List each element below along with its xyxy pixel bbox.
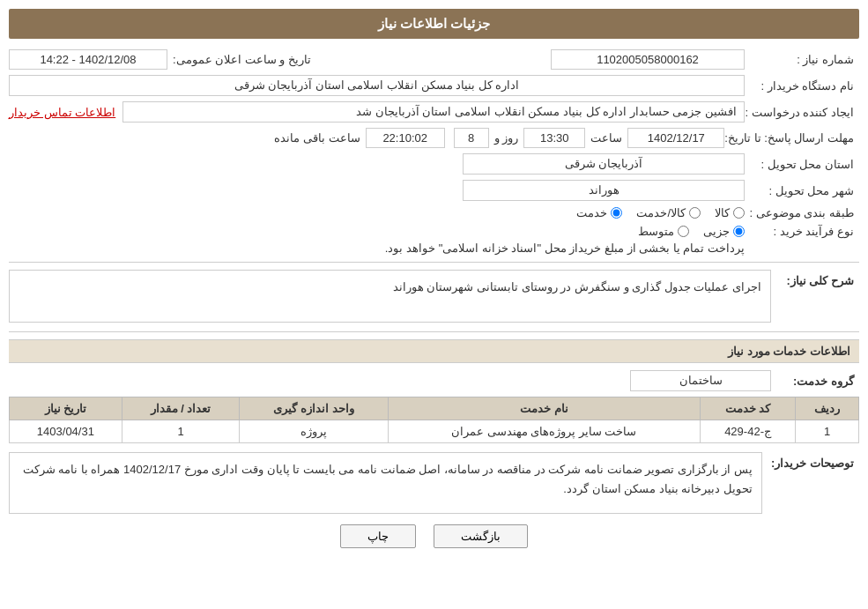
back-button[interactable]: بازگشت bbox=[434, 524, 528, 548]
sharh-content: اجرای عملیات جدول گذاری و سنگفرش در روست… bbox=[9, 270, 771, 323]
table-header-row: ردیف کد خدمت نام خدمت واحد اندازه گیری ت… bbox=[10, 397, 859, 420]
shahr-value: هوراند bbox=[463, 180, 745, 201]
date-value: 1402/12/17 bbox=[627, 128, 724, 148]
table-cell-nam: ساخت سایر پروژه‌های مهندسی عمران bbox=[388, 420, 700, 443]
tabaqe-radio-group: کالا کالا/خدمت خدمت bbox=[576, 206, 745, 219]
table-cell-radif: 1 bbox=[796, 420, 859, 443]
shomara-row: شماره نیاز : 1102005058000162 تاریخ و سا… bbox=[9, 49, 859, 70]
separator2 bbox=[9, 331, 859, 332]
radio-kala-khidmat-item: کالا/خدمت bbox=[636, 206, 701, 219]
saaat-value: 13:30 bbox=[523, 128, 585, 148]
tarikho-saat-label: تاریخ و ساعت اعلان عمومی: bbox=[173, 53, 311, 66]
separator1 bbox=[9, 262, 859, 263]
ostan-label: استان محل تحویل : bbox=[745, 158, 859, 171]
radio-kala-item: کالا bbox=[715, 206, 745, 219]
tabaqe-row: طبقه بندی موضوعی : کالا کالا/خدمت خدمت bbox=[9, 206, 859, 219]
baqi-value: 22:10:02 bbox=[366, 128, 445, 148]
sharh-section: شرح کلی نیاز: اجرای عملیات جدول گذاری و … bbox=[9, 270, 859, 323]
full-text-note: پرداخت تمام یا بخشی از مبلغ خریداز محل "… bbox=[385, 241, 745, 255]
radio-jozee-item: جزیی bbox=[703, 225, 745, 238]
button-row: بازگشت چاپ bbox=[9, 524, 859, 548]
ijad-row: ایجاد کننده درخواست : افشین جزمی حسابدار… bbox=[9, 101, 859, 123]
shomara-label: شماره نیاز : bbox=[745, 53, 859, 66]
description-section: توصیحات خریدار: پس از بارگزاری تصویر ضما… bbox=[9, 452, 859, 514]
farend-group: جزیی متوسط پرداخت تمام یا بخشی از مبلغ خ… bbox=[385, 225, 745, 255]
table-cell-kod: ج-42-429 bbox=[700, 420, 796, 443]
col-nam: نام خدمت bbox=[388, 397, 700, 420]
radio-motavaset-item: متوسط bbox=[638, 225, 689, 238]
page-wrapper: جزئیات اطلاعات نیاز شماره نیاز : 1102005… bbox=[0, 0, 868, 609]
col-vahed: واحد اندازه گیری bbox=[240, 397, 388, 420]
ijad-value: افشین جزمی حسابدار اداره کل بنیاد مسکن ا… bbox=[122, 101, 745, 123]
grooh-value: ساختمان bbox=[630, 370, 771, 391]
page-title: جزئیات اطلاعات نیاز bbox=[378, 16, 490, 31]
radio-khidmat-item: خدمت bbox=[576, 206, 622, 219]
namdastgah-row: نام دستگاه خریدار : اداره کل بنیاد مسکن … bbox=[9, 75, 859, 96]
ettelaat-tamas-link[interactable]: اطلاعات تماس خریدار bbox=[9, 106, 115, 119]
ijad-label: ایجاد کننده درخواست : bbox=[745, 106, 859, 119]
radio-kala-khidmat-label: کالا/خدمت bbox=[636, 206, 686, 219]
shahr-row: شهر محل تحویل : هوراند bbox=[9, 180, 859, 201]
tabaqe-label: طبقه بندی موضوعی : bbox=[745, 206, 859, 219]
radio-motavaset-input[interactable] bbox=[678, 226, 689, 237]
page-header: جزئیات اطلاعات نیاز bbox=[9, 9, 859, 39]
services-table-container: ردیف کد خدمت نام خدمت واحد اندازه گیری ت… bbox=[9, 397, 859, 443]
ostan-value: آذربایجان شرقی bbox=[463, 153, 745, 175]
radio-kala-khidmat-input[interactable] bbox=[689, 207, 701, 219]
description-value: پس از بارگزاری تصویر ضمانت نامه شرکت در … bbox=[9, 452, 762, 514]
grooh-label: گروه خدمت: bbox=[771, 375, 859, 388]
shomara-value: 1102005058000162 bbox=[551, 49, 745, 70]
farend-radio-group: جزیی متوسط bbox=[385, 225, 745, 238]
ostan-row: استان محل تحویل : آذربایجان شرقی bbox=[9, 153, 859, 175]
table-cell-tarikh: 1403/04/31 bbox=[10, 420, 122, 443]
col-tarikh: تاریخ نیاز bbox=[10, 397, 122, 420]
radio-khidmat-input[interactable] bbox=[611, 207, 622, 219]
col-tedad: تعداد / مقدار bbox=[122, 397, 240, 420]
saaat-label: ساعت bbox=[590, 131, 622, 145]
tarikho-saat-value: 1402/12/08 - 14:22 bbox=[9, 49, 167, 70]
shahr-label: شهر محل تحویل : bbox=[745, 184, 859, 197]
radio-kala-input[interactable] bbox=[733, 207, 745, 219]
mohlet-label: مهلت ارسال پاسخ: تا تاریخ: bbox=[724, 131, 859, 145]
rooz-value: 8 bbox=[454, 128, 489, 148]
sharh-label: شرح کلی نیاز: bbox=[771, 270, 859, 287]
table-row: 1ج-42-429ساخت سایر پروژه‌های مهندسی عمرا… bbox=[10, 420, 859, 443]
baqi-label: ساعت باقی مانده bbox=[274, 131, 360, 145]
namdastgah-label: نام دستگاه خریدار : bbox=[745, 79, 859, 93]
col-kod: کد خدمت bbox=[700, 397, 796, 420]
radio-khidmat-label: خدمت bbox=[576, 206, 607, 219]
col-radif: ردیف bbox=[796, 397, 859, 420]
print-button[interactable]: چاپ bbox=[340, 524, 416, 548]
rooz-label: روز و bbox=[494, 131, 519, 145]
farend-row: نوع فرآیند خرید : جزیی متوسط پرداخت تمام… bbox=[9, 225, 859, 255]
services-table: ردیف کد خدمت نام خدمت واحد اندازه گیری ت… bbox=[9, 397, 859, 443]
table-cell-vahed: پروژه bbox=[240, 420, 388, 443]
radio-jozee-input[interactable] bbox=[733, 226, 745, 237]
grooh-row: گروه خدمت: ساختمان bbox=[9, 370, 859, 391]
table-cell-tedad: 1 bbox=[122, 420, 240, 443]
khidmat-section-title: اطلاعات خدمات مورد نیاز bbox=[9, 339, 859, 363]
radio-kala-label: کالا bbox=[715, 206, 730, 219]
mohlet-row: مهلت ارسال پاسخ: تا تاریخ: 1402/12/17 سا… bbox=[9, 128, 859, 148]
radio-motavaset-label: متوسط bbox=[638, 225, 674, 238]
sharh-value: اجرای عملیات جدول گذاری و سنگفرش در روست… bbox=[9, 270, 771, 323]
noeFarayand-label: نوع فرآیند خرید : bbox=[745, 225, 859, 238]
description-content: پس از بارگزاری تصویر ضمانت نامه شرکت در … bbox=[9, 452, 762, 514]
description-label: توصیحات خریدار: bbox=[762, 452, 859, 470]
namdastgah-value: اداره کل بنیاد مسکن انقلاب اسلامی استان … bbox=[9, 75, 745, 96]
radio-jozee-label: جزیی bbox=[703, 225, 730, 238]
